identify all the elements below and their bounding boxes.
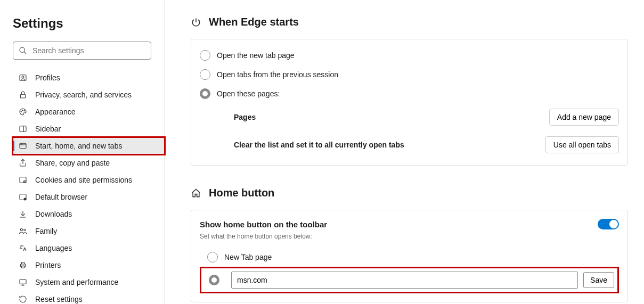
svg-point-22 (24, 229, 26, 231)
svg-point-13 (22, 144, 22, 144)
settings-sidebar: Settings Profiles Privacy, search, and s… (0, 0, 165, 304)
nav-family[interactable]: Family (13, 223, 165, 240)
show-home-toggle[interactable] (598, 219, 619, 229)
reset-icon (18, 294, 28, 304)
nav-privacy[interactable]: Privacy, search, and services (13, 86, 165, 103)
nav-share-copy-paste[interactable]: Share, copy and paste (13, 154, 165, 171)
svg-point-7 (24, 110, 25, 111)
svg-point-0 (20, 47, 25, 52)
nav-default-browser[interactable]: Default browser (13, 188, 165, 206)
startup-heading: When Edge starts (191, 16, 628, 28)
add-page-button[interactable]: Add a new page (549, 109, 619, 126)
printer-icon (18, 260, 28, 270)
home-subtitle: Set what the home button opens below: (200, 233, 619, 240)
nav-reset[interactable]: Reset settings (13, 291, 165, 304)
svg-point-21 (20, 228, 22, 231)
nav-system[interactable]: System and performance (13, 274, 165, 291)
svg-rect-8 (20, 126, 26, 132)
home-icon (191, 188, 201, 199)
option-new-tab[interactable]: Open the new tab page (200, 46, 619, 65)
settings-nav: Profiles Privacy, search, and services A… (13, 69, 165, 304)
use-all-tabs-button[interactable]: Use all open tabs (545, 136, 619, 153)
home-option-new-tab[interactable]: New Tab page (200, 248, 619, 267)
show-home-label: Show home button on the toolbar (200, 220, 327, 229)
save-button[interactable]: Save (583, 272, 614, 288)
nav-languages[interactable]: Languages (13, 240, 165, 257)
system-icon (18, 277, 28, 287)
nav-downloads[interactable]: Downloads (13, 206, 165, 223)
svg-point-3 (22, 76, 24, 78)
pages-config: Pages Add a new page Clear the list and … (200, 103, 619, 159)
svg-line-1 (24, 52, 26, 54)
nav-sidebar[interactable]: Sidebar (13, 120, 165, 137)
radio-unchecked-icon (200, 50, 210, 61)
home-button-card: Show home button on the toolbar Set what… (191, 210, 628, 302)
home-url-input[interactable] (231, 272, 578, 289)
nav-appearance[interactable]: Appearance (13, 103, 165, 120)
palette-icon (18, 107, 28, 117)
language-icon (18, 243, 28, 253)
svg-point-6 (22, 110, 23, 111)
search-input[interactable] (32, 46, 145, 55)
search-settings-field[interactable] (13, 42, 151, 60)
home-option-url[interactable]: Save (200, 267, 619, 293)
profile-icon (18, 73, 28, 83)
power-icon (191, 17, 201, 28)
radio-unchecked-icon (207, 252, 218, 262)
option-open-these-pages[interactable]: Open these pages: (200, 84, 619, 103)
radio-checked-icon (200, 88, 210, 99)
family-icon (18, 226, 28, 236)
nav-profiles[interactable]: Profiles (13, 69, 165, 86)
startup-options-card: Open the new tab page Open tabs from the… (191, 39, 628, 166)
svg-point-18 (24, 198, 26, 200)
search-icon (19, 46, 27, 55)
home-button-heading: Home button (191, 187, 628, 199)
radio-checked-icon (209, 275, 219, 285)
nav-printers[interactable]: Printers (13, 257, 165, 274)
nav-cookies[interactable]: Cookies and site permissions (13, 171, 165, 188)
tabs-icon (18, 141, 28, 151)
sidebar-icon (18, 124, 28, 134)
svg-rect-23 (20, 264, 25, 267)
share-icon (18, 158, 28, 168)
lock-icon (18, 90, 28, 100)
option-previous-session[interactable]: Open tabs from the previous session (200, 65, 619, 84)
svg-point-12 (21, 144, 21, 144)
main-content: When Edge starts Open the new tab page O… (165, 0, 644, 304)
pages-label: Pages (234, 113, 256, 121)
svg-rect-4 (20, 94, 25, 98)
svg-point-5 (21, 111, 21, 112)
browser-icon (18, 192, 28, 202)
nav-start-home-tabs[interactable]: Start, home, and new tabs (13, 137, 165, 154)
cookies-icon (18, 175, 28, 185)
clear-list-label: Clear the list and set it to all current… (234, 141, 404, 149)
settings-title: Settings (13, 16, 165, 31)
svg-rect-25 (20, 280, 26, 284)
radio-unchecked-icon (200, 69, 210, 80)
download-icon (18, 209, 28, 219)
